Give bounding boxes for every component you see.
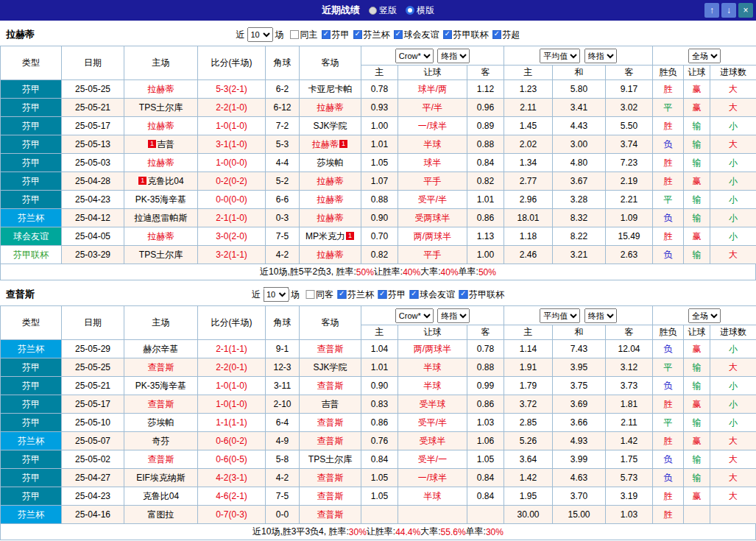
title-bar: 近期战绩 竖版横版 ↑ ↓ × [0,0,756,21]
home-team-cell: TPS土尔库 [124,99,198,117]
team-link[interactable]: 拉赫蒂 [148,231,174,241]
team-link[interactable]: 拉赫蒂 [148,84,174,94]
team-link[interactable]: 富图拉 [148,509,174,520]
league-filter-checkbox[interactable]: 芬兰杯 [353,29,390,41]
team-link[interactable]: 拉迪恩雷帕斯 [135,213,188,223]
score-cell: 1-0(1-0) [198,395,266,414]
team-link[interactable]: 查普斯 [148,399,174,409]
odds-stage-select[interactable]: 终指 [437,49,470,63]
goals-cell: 小 [710,414,756,432]
result-cell: 平 [653,358,684,377]
league-filter-checkbox[interactable]: 芬超 [492,29,520,41]
team-link[interactable]: PK-35海辛基 [135,381,186,391]
home-team-cell: 奇芬 [124,432,198,450]
team-link[interactable]: 查普斯 [317,491,344,501]
team-link[interactable]: 克鲁比04 [143,491,179,501]
league-filter-checkbox[interactable]: 芬甲 [378,289,406,301]
match-count-select[interactable]: 10 [263,287,289,302]
team-link[interactable]: 查普斯 [317,381,344,391]
away-team-cell: 拉赫蒂 [300,172,361,191]
away-team-cell: 查普斯 [300,469,361,487]
team-link[interactable]: 拉赫蒂 [148,121,174,131]
score-cell: 0-0(0-0) [198,191,266,209]
team-link[interactable]: 查普斯 [148,454,174,464]
league-filter-checkbox[interactable]: 芬兰杯 [337,289,374,301]
avg-stage-select[interactable]: 终指 [584,49,617,63]
league-cell: 球会友谊 [1,227,62,246]
goals-cell: 大 [710,135,756,154]
bookmaker-select[interactable]: Crow* [395,49,434,63]
team-link[interactable]: PK-35海辛基 [135,194,186,205]
odds-handicap-cell: 球半/两 [398,80,467,99]
avg-away-cell: 12.04 [606,340,653,358]
odds-handicap-cell: 两/两球半 [398,227,467,246]
away-team-cell: 莎埃帕 [300,154,361,172]
same-venue-checkbox[interactable]: 同客 [305,289,333,301]
close-button[interactable]: × [738,3,753,18]
col-odds-away: 客 [467,325,504,340]
avg-header-cell: 平均值 终指 [504,46,653,66]
scope-select[interactable]: 全场 [688,49,721,63]
filter-checkboxes: 同主芬甲芬兰杯球会友谊芬甲联杯芬超 [286,29,520,41]
league-filter-checkbox[interactable]: 球会友谊 [394,29,439,41]
team-link[interactable]: 吉普 [322,399,339,409]
team-link[interactable]: 拉赫蒂 [317,102,344,113]
handicap-result-cell: 赢 [684,99,710,117]
team-link[interactable]: 拉赫蒂 [317,250,344,260]
team-link[interactable]: 奇芬 [152,436,170,446]
league-filter-checkbox[interactable]: 芬甲 [322,29,350,41]
handicap-result-cell: 输 [684,209,710,227]
avg-select[interactable]: 平均值 [540,308,580,323]
team-link[interactable]: EIF埃克纳斯 [136,473,186,483]
team-link[interactable]: SJK学院 [313,121,347,131]
team-link[interactable]: 赫尔辛基 [144,344,179,354]
match-row: 芬甲25-05-10莎埃帕1-1(1-1)6-4查普斯0.86受平/半1.032… [1,414,756,432]
team-link[interactable]: 查普斯 [317,509,344,520]
team-link[interactable]: 查普斯 [148,362,174,372]
team-link[interactable]: 查普斯 [317,473,344,483]
team-link[interactable]: 莎埃帕 [317,158,344,168]
avg-select[interactable]: 平均值 [540,49,580,63]
league-filter-checkbox[interactable]: 球会友谊 [409,289,455,301]
team-link[interactable]: 莎埃帕 [148,417,174,428]
league-filter-checkbox[interactable]: 芬甲联杯 [459,289,504,301]
odds-stage-select[interactable]: 终指 [437,308,470,323]
team-link[interactable]: 卡亚尼卡帕 [308,84,353,94]
league-cell: 芬甲 [1,172,62,191]
col-date: 日期 [62,306,124,340]
team-link[interactable]: TPS土尔库 [139,250,183,260]
away-team-cell: 拉赫蒂 [300,99,361,117]
col-score: 比分(半场) [198,46,266,80]
team-link[interactable]: TPS土尔库 [139,102,183,113]
scroll-down-button[interactable]: ↓ [721,3,736,18]
team-link[interactable]: 拉赫蒂 [312,139,339,149]
handicap-result-cell: 输 [684,469,710,487]
match-count-select[interactable]: 10 [247,27,273,42]
team-link[interactable]: SJK学院 [313,362,347,372]
recent-results-table: 类型 日期 主场 比分(半场) 角球 客场 Crow* 终指 平均值 终指 全场 [0,46,756,264]
team-link[interactable]: 拉赫蒂 [148,158,174,168]
layout-radio[interactable]: 横版 [406,4,434,17]
corner-cell: 4-4 [266,154,300,172]
odds-home-cell: 1.05 [361,154,398,172]
scope-select[interactable]: 全场 [688,308,721,323]
team-link[interactable]: 查普斯 [317,344,344,354]
team-link[interactable]: 吉普 [157,139,174,149]
same-venue-checkbox[interactable]: 同主 [290,29,318,41]
team-link[interactable]: 克鲁比04 [147,176,183,186]
team-link[interactable]: 拉赫蒂 [317,213,344,223]
team-link[interactable]: TPS土尔库 [308,454,352,464]
scroll-up-button[interactable]: ↑ [704,3,719,18]
league-cell: 芬甲 [1,377,62,395]
team-link[interactable]: 查普斯 [317,436,344,446]
team-link[interactable]: 查普斯 [317,417,344,428]
layout-radio[interactable]: 竖版 [369,4,397,17]
avg-stage-select[interactable]: 终指 [584,308,617,323]
team-link[interactable]: MP米克力 [305,231,345,241]
result-cell: 胜 [653,506,684,524]
team-link[interactable]: 拉赫蒂 [317,194,344,205]
league-filter-checkbox[interactable]: 芬甲联杯 [443,29,489,41]
bookmaker-select[interactable]: Crow* [395,308,434,323]
avg-draw-cell: 3.66 [553,414,606,432]
team-link[interactable]: 拉赫蒂 [317,176,344,186]
